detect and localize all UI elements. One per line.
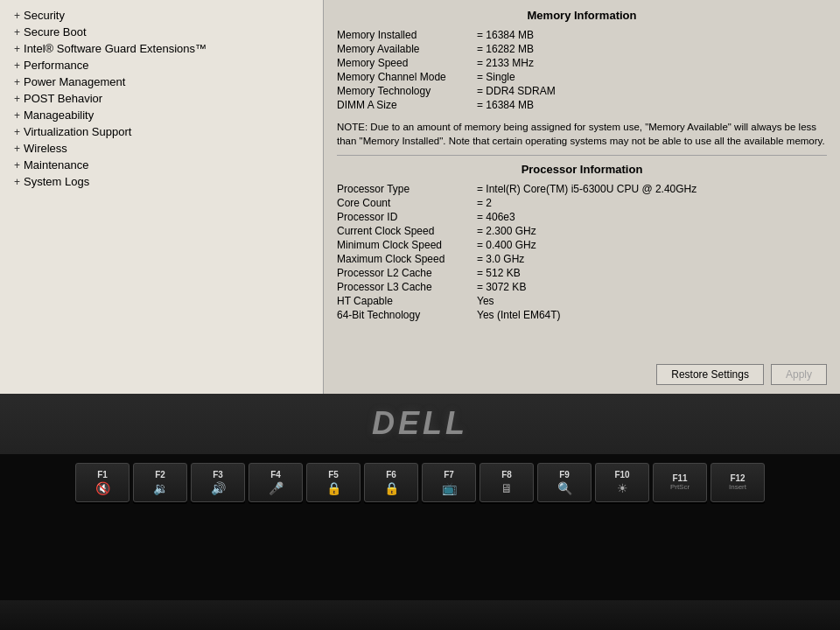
key-sub-label: PrtScr — [670, 483, 690, 491]
processor-field-value: = 3072 KB — [477, 281, 526, 293]
key-main-label: F5 — [328, 470, 339, 480]
processor-field-value: Yes (Intel EM64T) — [477, 309, 561, 321]
memory-row: Memory Installed= 16384 MB — [337, 29, 827, 41]
key-f11[interactable]: F11PrtScr — [653, 463, 707, 502]
memory-field-label: Memory Installed — [337, 29, 477, 41]
divider — [337, 155, 827, 156]
memory-row: Memory Speed= 2133 MHz — [337, 57, 827, 69]
memory-field-label: Memory Available — [337, 43, 477, 55]
memory-row: Memory Channel Mode= Single — [337, 71, 827, 83]
memory-note: NOTE: Due to an amount of memory being a… — [337, 120, 827, 148]
memory-field-value: = Single — [477, 71, 515, 83]
processor-section-title: Processor Information — [337, 163, 827, 176]
key-f1[interactable]: F1🔇 — [75, 463, 130, 502]
processor-field-label: Processor ID — [337, 211, 477, 223]
memory-field-value: = 16384 MB — [477, 99, 534, 111]
processor-row: Processor L2 Cache= 512 KB — [337, 267, 827, 279]
processor-field-value: = Intel(R) Core(TM) i5-6300U CPU @ 2.40G… — [477, 183, 696, 195]
key-main-label: F7 — [444, 470, 454, 480]
processor-field-value: = 2 — [477, 197, 492, 209]
key-f9[interactable]: F9🔍 — [537, 463, 592, 502]
processor-field-value: = 512 KB — [477, 267, 521, 279]
key-f7[interactable]: F7📺 — [422, 463, 476, 502]
key-f12[interactable]: F12Insert — [710, 463, 765, 502]
key-main-label: F3 — [213, 470, 223, 480]
processor-field-value: = 3.0 GHz — [477, 253, 524, 265]
sidebar-item-wireless[interactable]: Wireless — [0, 140, 323, 157]
sidebar-item-performance[interactable]: Performance — [0, 57, 323, 74]
bottom-bar: Restore Settings Apply — [656, 364, 827, 385]
processor-row: Processor Type= Intel(R) Core(TM) i5-630… — [337, 183, 827, 195]
key-icon-f7: 📺 — [442, 481, 457, 495]
sidebar-item-intel-software-guard-extensions[interactable]: Intel® Software Guard Extensions™ — [0, 40, 323, 57]
memory-field-value: = DDR4 SDRAM — [477, 85, 556, 97]
key-icon-f4: 🎤 — [269, 481, 284, 495]
sidebar-item-system-logs[interactable]: System Logs — [0, 173, 323, 190]
processor-row: 64-Bit TechnologyYes (Intel EM64T) — [337, 309, 827, 321]
memory-field-label: Memory Channel Mode — [337, 71, 477, 83]
processor-row: Minimum Clock Speed= 0.400 GHz — [337, 239, 827, 251]
processor-row: Processor ID= 406e3 — [337, 211, 827, 223]
key-sub-label: Insert — [729, 483, 746, 491]
processor-row: Current Clock Speed= 2.300 GHz — [337, 225, 827, 237]
sidebar-item-maintenance[interactable]: Maintenance — [0, 157, 323, 173]
bios-screen: SecuritySecure BootIntel® Software Guard… — [0, 0, 840, 394]
sidebar-item-post-behavior[interactable]: POST Behavior — [0, 90, 323, 107]
wrist-rest — [0, 600, 840, 630]
key-icon-f2: 🔉 — [153, 481, 168, 495]
key-f6[interactable]: F6🔒 — [364, 463, 418, 502]
key-f10[interactable]: F10☀ — [595, 463, 649, 502]
restore-settings-button[interactable]: Restore Settings — [656, 364, 764, 385]
memory-row: Memory Available= 16282 MB — [337, 43, 827, 55]
memory-field-value: = 16282 MB — [477, 43, 534, 55]
memory-field-value: = 16384 MB — [477, 29, 534, 41]
processor-field-label: Processor L3 Cache — [337, 281, 477, 293]
processor-field-label: Maximum Clock Speed — [337, 253, 477, 265]
key-f4[interactable]: F4🎤 — [248, 463, 303, 502]
key-main-label: F9 — [559, 470, 570, 480]
key-f5[interactable]: F5🔒 — [306, 463, 360, 502]
key-icon-f9: 🔍 — [557, 481, 572, 495]
processor-field-value: = 406e3 — [477, 211, 515, 223]
laptop-body: DELL F1🔇F2🔉F3🔊F4🎤F5🔒F6🔒F7📺F8🖥F9🔍F10☀F11P… — [0, 394, 840, 630]
main-content: Memory Information Memory Installed= 163… — [324, 0, 840, 394]
sidebar-item-manageability[interactable]: Manageability — [0, 107, 323, 123]
key-main-label: F4 — [270, 470, 281, 480]
dell-logo: DELL — [372, 405, 468, 442]
sidebar-item-secure-boot[interactable]: Secure Boot — [0, 24, 323, 40]
processor-row: Processor L3 Cache= 3072 KB — [337, 281, 827, 293]
processor-field-label: 64-Bit Technology — [337, 309, 477, 321]
sidebar-item-power-management[interactable]: Power Management — [0, 74, 323, 90]
processor-field-label: Core Count — [337, 197, 477, 209]
key-main-label: F11 — [672, 473, 687, 483]
processor-row: Core Count= 2 — [337, 197, 827, 209]
key-f8[interactable]: F8🖥 — [480, 463, 534, 502]
processor-field-value: Yes — [477, 295, 494, 307]
memory-field-value: = 2133 MHz — [477, 57, 534, 69]
sidebar-item-virtualization-support[interactable]: Virtualization Support — [0, 123, 323, 140]
memory-table: Memory Installed= 16384 MBMemory Availab… — [337, 29, 827, 111]
dell-logo-area: DELL — [0, 394, 840, 454]
key-f3[interactable]: F3🔊 — [191, 463, 245, 502]
apply-button[interactable]: Apply — [771, 364, 827, 385]
key-main-label: F8 — [501, 470, 512, 480]
memory-row: DIMM A Size= 16384 MB — [337, 99, 827, 111]
memory-field-label: DIMM A Size — [337, 99, 477, 111]
processor-field-label: Processor L2 Cache — [337, 267, 477, 279]
sidebar-item-security[interactable]: Security — [0, 7, 323, 24]
key-main-label: F2 — [155, 470, 165, 480]
key-f2[interactable]: F2🔉 — [133, 463, 187, 502]
key-icon-f5: 🔒 — [326, 481, 341, 495]
processor-row: Maximum Clock Speed= 3.0 GHz — [337, 253, 827, 265]
processor-field-value: = 2.300 GHz — [477, 225, 536, 237]
key-icon-f3: 🔊 — [211, 481, 226, 495]
memory-field-label: Memory Speed — [337, 57, 477, 69]
function-key-row: F1🔇F2🔉F3🔊F4🎤F5🔒F6🔒F7📺F8🖥F9🔍F10☀F11PrtScr… — [18, 463, 822, 502]
processor-field-label: Minimum Clock Speed — [337, 239, 477, 251]
key-main-label: F12 — [730, 473, 745, 483]
processor-table: Processor Type= Intel(R) Core(TM) i5-630… — [337, 183, 827, 321]
memory-row: Memory Technology= DDR4 SDRAM — [337, 85, 827, 97]
memory-section-title: Memory Information — [337, 9, 827, 22]
processor-field-value: = 0.400 GHz — [477, 239, 536, 251]
sidebar: SecuritySecure BootIntel® Software Guard… — [0, 0, 324, 394]
